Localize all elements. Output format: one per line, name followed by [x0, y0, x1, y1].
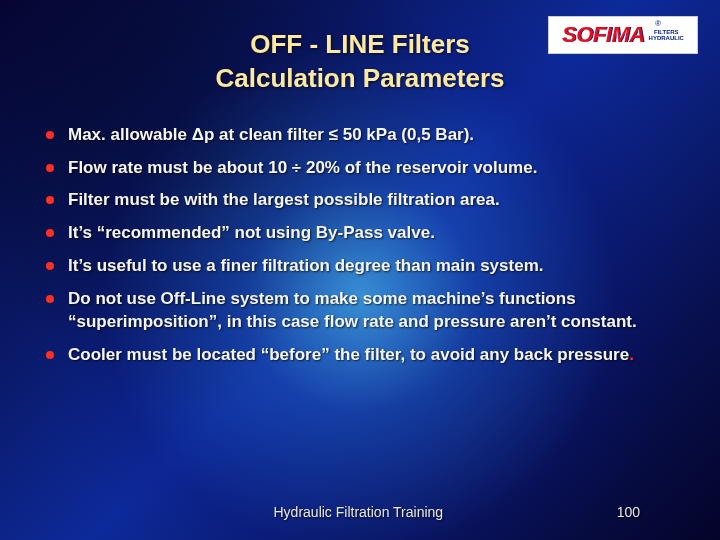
bullet-text: Do not use Off-Line system to make some …: [68, 289, 637, 331]
title-line-1: OFF - LINE Filters: [250, 29, 470, 59]
list-item: Filter must be with the largest possible…: [46, 189, 680, 212]
page-number: 100: [617, 504, 640, 520]
bullet-list: Max. allowable Δp at clean filter ≤ 50 k…: [40, 124, 680, 368]
content-area: Max. allowable Δp at clean filter ≤ 50 k…: [40, 124, 680, 494]
bullet-text: Max. allowable Δp at clean filter ≤ 50 k…: [68, 125, 474, 144]
list-item: Cooler must be located “before” the filt…: [46, 344, 680, 367]
list-item: It’s “recommended” not using By-Pass val…: [46, 222, 680, 245]
slide: OFF - LINE Filters Calculation Parameter…: [0, 0, 720, 540]
bullet-text: It’s “recommended” not using By-Pass val…: [68, 223, 435, 242]
list-item: It’s useful to use a finer filtration de…: [46, 255, 680, 278]
list-item: Max. allowable Δp at clean filter ≤ 50 k…: [46, 124, 680, 147]
logo-tagline: FILTERS HYDRAULIC: [649, 29, 684, 41]
logo-registered-icon: ®: [655, 19, 661, 28]
bullet-text: Filter must be with the largest possible…: [68, 190, 500, 209]
footer: Hydraulic Filtration Training 100: [40, 494, 680, 520]
bullet-text: It’s useful to use a finer filtration de…: [68, 256, 543, 275]
bullet-text: Cooler must be located “before” the filt…: [68, 345, 629, 364]
list-item: Do not use Off-Line system to make some …: [46, 288, 680, 334]
header: OFF - LINE Filters Calculation Parameter…: [40, 28, 680, 124]
bullet-text: Flow rate must be about 10 ÷ 20% of the …: [68, 158, 537, 177]
brand-logo: SOFIMA ® FILTERS HYDRAULIC: [548, 16, 698, 54]
logo-brand-text: SOFIMA: [562, 22, 645, 48]
logo-tag-bottom: HYDRAULIC: [649, 35, 684, 41]
footer-title: Hydraulic Filtration Training: [100, 504, 617, 520]
title-line-2: Calculation Parameters: [215, 63, 504, 93]
list-item: Flow rate must be about 10 ÷ 20% of the …: [46, 157, 680, 180]
trailing-dot: .: [629, 345, 634, 364]
